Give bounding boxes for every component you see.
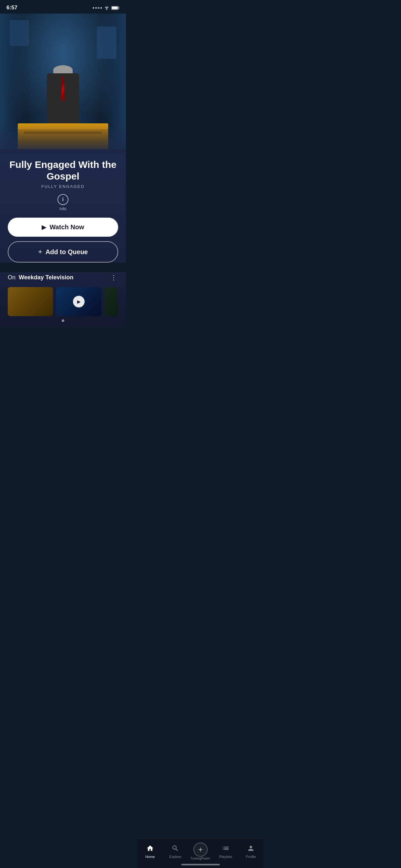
battery-icon: [112, 6, 120, 10]
thumbnail-item[interactable]: ▶: [56, 287, 101, 316]
on-tv-title: On Weekday Television: [8, 274, 73, 281]
watch-now-label: Watch Now: [50, 223, 84, 231]
play-button-overlay[interactable]: ▶: [73, 296, 85, 307]
status-icons: [93, 5, 120, 10]
play-icon: ▶: [42, 224, 46, 231]
on-tv-header: On Weekday Television ⋮: [8, 272, 118, 283]
on-tv-channel: Weekday Television: [19, 274, 73, 281]
info-button[interactable]: i Info: [58, 194, 68, 211]
watch-now-button[interactable]: ▶ Watch Now: [8, 218, 118, 237]
plus-icon: +: [38, 248, 42, 256]
add-queue-label: Add to Queue: [45, 248, 88, 256]
svg-rect-2: [119, 7, 120, 9]
show-series: FULLY ENGAGED: [8, 184, 118, 189]
svg-rect-1: [112, 6, 118, 9]
on-tv-prefix: On: [8, 274, 16, 281]
info-circle-icon: i: [58, 194, 68, 205]
on-tv-section: On Weekday Television ⋮ ▶: [0, 272, 126, 327]
thumbnail-item[interactable]: [8, 287, 53, 316]
signal-icon: [93, 7, 102, 9]
more-options-button[interactable]: ⋮: [109, 272, 118, 283]
info-label: Info: [59, 206, 66, 211]
show-title: Fully Engaged With the Gospel: [8, 156, 118, 184]
status-time: 6:57: [6, 4, 18, 11]
thumbnails-row: ▶: [8, 287, 118, 316]
content-section: Fully Engaged With the Gospel FULLY ENGA…: [0, 156, 126, 262]
scroll-indicator: [8, 319, 118, 322]
wifi-icon: [104, 5, 110, 10]
gradient-overlay: [0, 123, 126, 156]
bottom-safe-area: [0, 327, 126, 356]
status-bar: 6:57: [0, 0, 126, 13]
add-to-queue-button[interactable]: + Add to Queue: [8, 241, 118, 262]
thumbnail-item[interactable]: [104, 287, 118, 316]
